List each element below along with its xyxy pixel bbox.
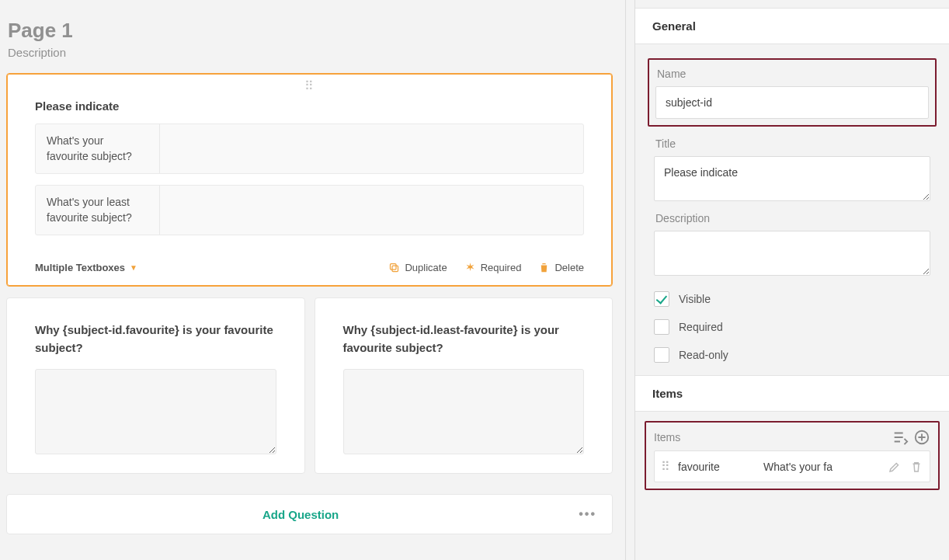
duplicate-button[interactable]: Duplicate (388, 262, 447, 273)
pencil-icon (888, 460, 902, 474)
duplicate-label: Duplicate (405, 262, 447, 273)
delete-label: Delete (554, 262, 584, 273)
checkbox-readonly[interactable] (654, 347, 669, 363)
checkbox-visible[interactable] (654, 291, 669, 307)
multitext-row-input[interactable] (160, 124, 583, 173)
svg-rect-1 (391, 264, 397, 270)
prop-description-label: Description (655, 212, 930, 224)
add-question-button[interactable]: Add Question (23, 508, 579, 521)
question-title[interactable]: Why {subject-id.least-favourite} is your… (343, 322, 585, 357)
prop-description-group: Description (648, 212, 937, 279)
checkbox-readonly-label: Read-only (679, 349, 728, 361)
page-description[interactable]: Description (8, 46, 613, 59)
question-card[interactable]: Why {subject-id.least-favourite} is your… (315, 297, 614, 474)
question-title[interactable]: Please indicate (35, 99, 584, 113)
plus-circle-icon (913, 429, 930, 446)
pane-divider (625, 0, 634, 560)
prop-title-group: Title Please indicate (648, 137, 937, 204)
question-title[interactable]: Why {subject-id.favourite} is your favou… (35, 322, 276, 357)
checkbox-visible-label: Visible (679, 293, 711, 305)
item-delete-button[interactable] (909, 460, 923, 474)
items-edit-all-button[interactable] (892, 429, 909, 446)
multitext-row[interactable]: What's your least favourite subject? (35, 185, 584, 235)
prop-description-input[interactable] (654, 231, 930, 276)
required-button[interactable]: Required (464, 262, 522, 273)
prop-name-label: Name (657, 68, 929, 80)
prop-name-group: Name (648, 58, 937, 127)
section-header-items[interactable]: Items (635, 375, 949, 412)
question-type-dropdown[interactable]: Multiple Textboxes ▼ (35, 262, 137, 273)
required-label: Required (481, 262, 522, 273)
more-options-icon[interactable]: ••• (579, 507, 596, 521)
checkbox-required[interactable] (654, 319, 669, 335)
comment-textarea[interactable] (35, 369, 276, 454)
designer-pane: Page 1 Description ⠿ Please indicate Wha… (0, 0, 625, 560)
checkbox-required-row: Required (654, 319, 930, 335)
section-header-general[interactable]: General (635, 8, 949, 44)
drag-handle-icon[interactable]: ⠿ (7, 74, 612, 95)
properties-panel: General Name Title Please indicate Descr… (634, 0, 949, 560)
checkbox-visible-row: Visible (654, 291, 930, 307)
trash-icon (909, 460, 923, 474)
delete-button[interactable]: Delete (538, 262, 584, 273)
question-card-selected[interactable]: ⠿ Please indicate What's your favourite … (6, 73, 613, 287)
comment-textarea[interactable] (343, 369, 585, 454)
add-question-bar: Add Question ••• (6, 494, 613, 534)
question-card[interactable]: Why {subject-id.favourite} is your favou… (6, 297, 305, 474)
item-edit-button[interactable] (888, 460, 902, 474)
prop-name-input[interactable] (655, 86, 929, 119)
duplicate-icon (388, 262, 400, 273)
prop-title-label: Title (655, 137, 930, 150)
multitext-row-label[interactable]: What's your favourite subject? (36, 124, 160, 173)
prop-title-input[interactable]: Please indicate (654, 156, 930, 201)
items-label: Items (654, 431, 887, 443)
grip-icon[interactable]: ⠿ (661, 459, 670, 474)
multitext-row-input[interactable] (160, 186, 583, 235)
trash-icon (538, 262, 550, 273)
svg-rect-0 (392, 266, 398, 272)
checkbox-readonly-row: Read-only (654, 347, 930, 363)
item-name[interactable]: favourite (678, 461, 756, 473)
items-editor: Items ⠿ favourite What's your fa (645, 421, 940, 490)
checkbox-required-label: Required (679, 321, 723, 333)
caret-down-icon: ▼ (130, 263, 137, 272)
multitext-row-label[interactable]: What's your least favourite subject? (36, 186, 160, 235)
multitext-row[interactable]: What's your favourite subject? (35, 123, 584, 174)
list-edit-icon (892, 429, 909, 446)
items-add-button[interactable] (913, 429, 930, 446)
asterisk-icon (464, 262, 476, 273)
item-title[interactable]: What's your fa (763, 461, 880, 473)
page-title[interactable]: Page 1 (8, 19, 613, 43)
question-type-label: Multiple Textboxes (35, 262, 125, 273)
item-row[interactable]: ⠿ favourite What's your fa (654, 450, 930, 482)
